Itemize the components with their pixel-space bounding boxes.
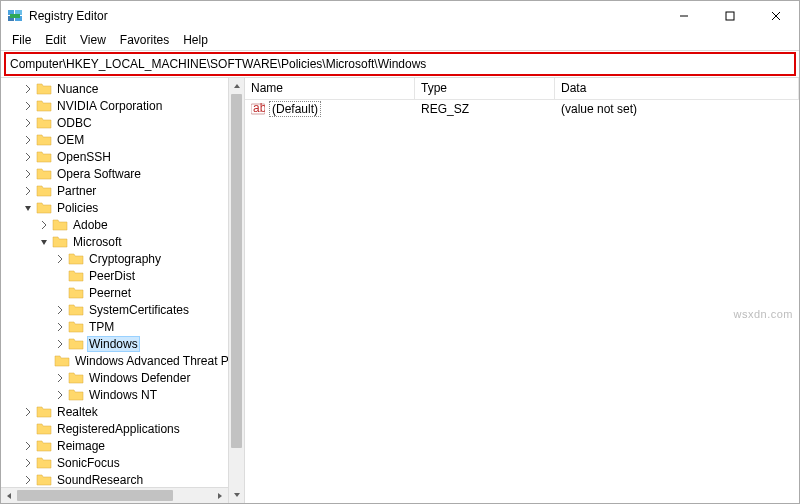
column-type[interactable]: Type [415,78,555,99]
tree-item[interactable]: NVIDIA Corporation [1,97,228,114]
tree-item-label: Realtek [55,405,100,419]
chevron-right-icon[interactable] [21,167,35,181]
list-row[interactable]: ab(Default)REG_SZ(value not set) [245,100,799,118]
tree-vertical-scrollbar[interactable] [228,78,244,503]
tree-item[interactable]: Microsoft [1,233,228,250]
tree-item[interactable]: Windows Defender [1,369,228,386]
menu-bar: File Edit View Favorites Help [1,31,799,51]
tree-item-label: ODBC [55,116,94,130]
address-path: Computer\HKEY_LOCAL_MACHINE\SOFTWARE\Pol… [10,57,426,71]
cell-type: REG_SZ [415,102,555,116]
tree-item[interactable]: Reimage [1,437,228,454]
tree-item[interactable]: Adobe [1,216,228,233]
chevron-right-icon[interactable] [21,133,35,147]
tree-item[interactable]: Windows [1,335,228,352]
tree-item[interactable]: Windows NT [1,386,228,403]
tree-item[interactable]: PeerDist [1,267,228,284]
list-view[interactable]: Name Type Data ab(Default)REG_SZ(value n… [245,78,799,503]
chevron-right-icon[interactable] [21,99,35,113]
tree-item[interactable]: Opera Software [1,165,228,182]
scroll-left-icon[interactable] [1,488,17,503]
folder-icon [68,251,84,267]
folder-icon [68,319,84,335]
tree-horizontal-scrollbar[interactable] [1,487,228,503]
chevron-right-icon[interactable] [53,303,67,317]
chevron-right-icon[interactable] [53,371,67,385]
tree-item[interactable]: ODBC [1,114,228,131]
chevron-right-icon[interactable] [53,320,67,334]
tree-item[interactable]: Nuance [1,80,228,97]
tree-item[interactable]: Realtek [1,403,228,420]
scroll-thumb[interactable] [17,490,173,501]
tree-item[interactable]: Windows Advanced Threat Prote [1,352,228,369]
chevron-right-icon[interactable] [37,218,51,232]
tree-item[interactable]: Cryptography [1,250,228,267]
tree-item-label: Reimage [55,439,107,453]
close-button[interactable] [753,1,799,31]
chevron-right-icon[interactable] [21,184,35,198]
tree-item[interactable]: SystemCertificates [1,301,228,318]
tree-item-label: OEM [55,133,86,147]
column-name[interactable]: Name [245,78,415,99]
tree-item[interactable]: RegisteredApplications [1,420,228,437]
tree-view[interactable]: NuanceNVIDIA CorporationODBCOEMOpenSSHOp… [1,78,245,503]
tree-item-label: Policies [55,201,100,215]
value-name: (Default) [269,101,321,117]
menu-file[interactable]: File [5,31,38,49]
address-bar[interactable]: Computer\HKEY_LOCAL_MACHINE\SOFTWARE\Pol… [5,53,795,75]
menu-help[interactable]: Help [176,31,215,49]
menu-edit[interactable]: Edit [38,31,73,49]
tree-item-label: OpenSSH [55,150,113,164]
maximize-button[interactable] [707,1,753,31]
folder-icon [52,234,68,250]
tree-item[interactable]: Partner [1,182,228,199]
scroll-track[interactable] [229,94,244,487]
chevron-down-icon[interactable] [37,235,51,249]
folder-icon [36,98,52,114]
tree-item-label: Windows NT [87,388,159,402]
tree-item-label: Windows Defender [87,371,192,385]
scroll-down-icon[interactable] [229,487,244,503]
folder-icon [68,336,84,352]
chevron-right-icon [53,269,67,283]
tree-item-label: Peernet [87,286,133,300]
tree-item[interactable]: SoundResearch [1,471,228,488]
chevron-right-icon[interactable] [21,439,35,453]
tree-item-label: SonicFocus [55,456,122,470]
minimize-button[interactable] [661,1,707,31]
chevron-right-icon[interactable] [53,337,67,351]
folder-icon [36,472,52,488]
chevron-right-icon[interactable] [21,150,35,164]
tree-item[interactable]: OpenSSH [1,148,228,165]
tree-item[interactable]: OEM [1,131,228,148]
chevron-down-icon[interactable] [21,201,35,215]
chevron-right-icon[interactable] [53,252,67,266]
folder-icon [36,149,52,165]
tree-item-label: Microsoft [71,235,124,249]
chevron-right-icon[interactable] [21,116,35,130]
title-bar: Registry Editor [1,1,799,31]
chevron-right-icon[interactable] [53,388,67,402]
app-icon [7,8,23,24]
scroll-up-icon[interactable] [229,78,244,94]
tree-item[interactable]: TPM [1,318,228,335]
chevron-right-icon[interactable] [21,82,35,96]
scroll-thumb[interactable] [231,94,242,448]
tree-item[interactable]: SonicFocus [1,454,228,471]
chevron-right-icon[interactable] [21,405,35,419]
menu-view[interactable]: View [73,31,113,49]
folder-icon [54,353,70,369]
menu-favorites[interactable]: Favorites [113,31,176,49]
scroll-track[interactable] [17,488,212,503]
tree-item[interactable]: Peernet [1,284,228,301]
svg-text:ab: ab [253,102,265,115]
chevron-right-icon[interactable] [21,473,35,487]
tree-item[interactable]: Policies [1,199,228,216]
tree-item-label: PeerDist [87,269,137,283]
folder-icon [36,132,52,148]
column-data[interactable]: Data [555,78,799,99]
folder-icon [36,438,52,454]
folder-icon [36,81,52,97]
chevron-right-icon[interactable] [21,456,35,470]
scroll-right-icon[interactable] [212,488,228,503]
